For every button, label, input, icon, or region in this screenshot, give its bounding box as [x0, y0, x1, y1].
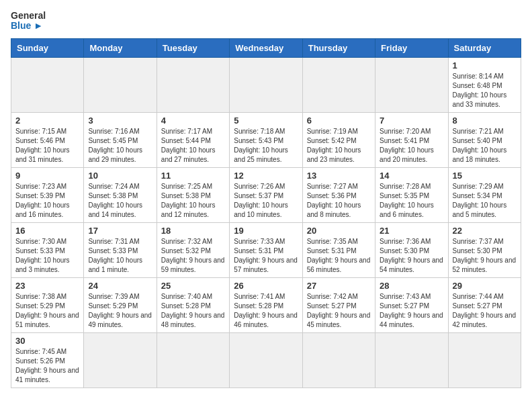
- day-info: Sunrise: 7:42 AM Sunset: 5:27 PM Dayligh…: [307, 292, 371, 330]
- weekday-header-tuesday: Tuesday: [157, 38, 229, 57]
- logo: General Blue ►: [11, 11, 46, 32]
- calendar-cell: 28Sunrise: 7:43 AM Sunset: 5:27 PM Dayli…: [375, 277, 448, 332]
- calendar-cell: [230, 57, 302, 112]
- day-number: 28: [380, 281, 443, 291]
- day-info: Sunrise: 7:17 AM Sunset: 5:44 PM Dayligh…: [161, 127, 225, 165]
- day-info: Sunrise: 7:18 AM Sunset: 5:43 PM Dayligh…: [234, 127, 298, 165]
- day-info: Sunrise: 7:37 AM Sunset: 5:30 PM Dayligh…: [453, 237, 517, 275]
- day-number: 27: [307, 281, 371, 291]
- day-number: 9: [15, 171, 79, 181]
- week-row-4: 23Sunrise: 7:38 AM Sunset: 5:29 PM Dayli…: [11, 277, 521, 332]
- day-number: 21: [380, 226, 443, 236]
- calendar: SundayMondayTuesdayWednesdayThursdayFrid…: [11, 38, 521, 388]
- calendar-cell: [375, 332, 448, 387]
- day-info: Sunrise: 7:19 AM Sunset: 5:42 PM Dayligh…: [307, 127, 371, 165]
- day-number: 4: [161, 116, 225, 126]
- day-number: 23: [15, 281, 79, 291]
- calendar-cell: 29Sunrise: 7:44 AM Sunset: 5:27 PM Dayli…: [448, 277, 521, 332]
- day-number: 30: [15, 336, 79, 346]
- calendar-cell: [448, 332, 521, 387]
- day-number: 20: [307, 226, 371, 236]
- day-info: Sunrise: 7:20 AM Sunset: 5:41 PM Dayligh…: [380, 127, 443, 165]
- day-info: Sunrise: 7:43 AM Sunset: 5:27 PM Dayligh…: [380, 292, 443, 330]
- calendar-cell: [84, 57, 157, 112]
- day-info: Sunrise: 7:26 AM Sunset: 5:37 PM Dayligh…: [234, 182, 298, 220]
- day-info: Sunrise: 8:14 AM Sunset: 6:48 PM Dayligh…: [453, 72, 517, 109]
- week-row-2: 9Sunrise: 7:23 AM Sunset: 5:39 PM Daylig…: [11, 167, 521, 222]
- day-info: Sunrise: 7:28 AM Sunset: 5:35 PM Dayligh…: [380, 182, 443, 220]
- calendar-cell: 6Sunrise: 7:19 AM Sunset: 5:42 PM Daylig…: [302, 112, 375, 167]
- calendar-cell: [157, 332, 229, 387]
- day-info: Sunrise: 7:24 AM Sunset: 5:38 PM Dayligh…: [88, 182, 152, 220]
- week-row-3: 16Sunrise: 7:30 AM Sunset: 5:33 PM Dayli…: [11, 222, 521, 277]
- week-row-1: 2Sunrise: 7:15 AM Sunset: 5:46 PM Daylig…: [11, 112, 521, 167]
- calendar-cell: [302, 332, 375, 387]
- day-number: 7: [380, 116, 443, 126]
- day-number: 24: [88, 281, 152, 291]
- weekday-header-saturday: Saturday: [448, 38, 521, 57]
- day-number: 25: [161, 281, 225, 291]
- calendar-cell: [375, 57, 448, 112]
- day-number: 15: [453, 171, 517, 181]
- calendar-cell: 13Sunrise: 7:27 AM Sunset: 5:36 PM Dayli…: [302, 167, 375, 222]
- day-info: Sunrise: 7:41 AM Sunset: 5:28 PM Dayligh…: [234, 292, 298, 330]
- calendar-cell: [11, 57, 84, 112]
- weekday-header-thursday: Thursday: [302, 38, 375, 57]
- calendar-cell: 7Sunrise: 7:20 AM Sunset: 5:41 PM Daylig…: [375, 112, 448, 167]
- weekday-header-row: SundayMondayTuesdayWednesdayThursdayFrid…: [11, 38, 521, 57]
- day-info: Sunrise: 7:15 AM Sunset: 5:46 PM Dayligh…: [15, 127, 79, 165]
- day-number: 14: [380, 171, 443, 181]
- day-number: 16: [15, 226, 79, 236]
- day-number: 11: [161, 171, 225, 181]
- calendar-cell: 17Sunrise: 7:31 AM Sunset: 5:33 PM Dayli…: [84, 222, 157, 277]
- calendar-cell: 19Sunrise: 7:33 AM Sunset: 5:31 PM Dayli…: [230, 222, 302, 277]
- calendar-cell: 25Sunrise: 7:40 AM Sunset: 5:28 PM Dayli…: [157, 277, 229, 332]
- day-info: Sunrise: 7:31 AM Sunset: 5:33 PM Dayligh…: [88, 237, 152, 275]
- calendar-cell: 1Sunrise: 8:14 AM Sunset: 6:48 PM Daylig…: [448, 57, 521, 112]
- calendar-cell: 16Sunrise: 7:30 AM Sunset: 5:33 PM Dayli…: [11, 222, 84, 277]
- day-number: 3: [88, 116, 152, 126]
- calendar-cell: 15Sunrise: 7:29 AM Sunset: 5:34 PM Dayli…: [448, 167, 521, 222]
- day-number: 10: [88, 171, 152, 181]
- day-number: 13: [307, 171, 371, 181]
- calendar-cell: [302, 57, 375, 112]
- day-number: 5: [234, 116, 298, 126]
- day-number: 1: [453, 60, 517, 71]
- day-info: Sunrise: 7:21 AM Sunset: 5:40 PM Dayligh…: [453, 127, 517, 165]
- day-info: Sunrise: 7:27 AM Sunset: 5:36 PM Dayligh…: [307, 182, 371, 220]
- calendar-cell: 22Sunrise: 7:37 AM Sunset: 5:30 PM Dayli…: [448, 222, 521, 277]
- day-number: 19: [234, 226, 298, 236]
- day-info: Sunrise: 7:44 AM Sunset: 5:27 PM Dayligh…: [453, 292, 517, 330]
- calendar-cell: 2Sunrise: 7:15 AM Sunset: 5:46 PM Daylig…: [11, 112, 84, 167]
- day-number: 22: [453, 226, 517, 236]
- calendar-cell: 11Sunrise: 7:25 AM Sunset: 5:38 PM Dayli…: [157, 167, 229, 222]
- calendar-cell: 3Sunrise: 7:16 AM Sunset: 5:45 PM Daylig…: [84, 112, 157, 167]
- calendar-cell: 27Sunrise: 7:42 AM Sunset: 5:27 PM Dayli…: [302, 277, 375, 332]
- calendar-cell: 5Sunrise: 7:18 AM Sunset: 5:43 PM Daylig…: [230, 112, 302, 167]
- calendar-cell: [157, 57, 229, 112]
- day-info: Sunrise: 7:38 AM Sunset: 5:29 PM Dayligh…: [15, 292, 79, 330]
- day-info: Sunrise: 7:25 AM Sunset: 5:38 PM Dayligh…: [161, 182, 225, 220]
- day-number: 17: [88, 226, 152, 236]
- day-number: 18: [161, 226, 225, 236]
- calendar-cell: [230, 332, 302, 387]
- calendar-cell: 30Sunrise: 7:45 AM Sunset: 5:26 PM Dayli…: [11, 332, 84, 387]
- day-number: 12: [234, 171, 298, 181]
- day-number: 29: [453, 281, 517, 291]
- day-number: 26: [234, 281, 298, 291]
- calendar-cell: 20Sunrise: 7:35 AM Sunset: 5:31 PM Dayli…: [302, 222, 375, 277]
- calendar-cell: 23Sunrise: 7:38 AM Sunset: 5:29 PM Dayli…: [11, 277, 84, 332]
- calendar-cell: 18Sunrise: 7:32 AM Sunset: 5:32 PM Dayli…: [157, 222, 229, 277]
- day-info: Sunrise: 7:39 AM Sunset: 5:29 PM Dayligh…: [88, 292, 152, 330]
- calendar-cell: 21Sunrise: 7:36 AM Sunset: 5:30 PM Dayli…: [375, 222, 448, 277]
- week-row-0: 1Sunrise: 8:14 AM Sunset: 6:48 PM Daylig…: [11, 57, 521, 112]
- day-number: 6: [307, 116, 371, 126]
- day-info: Sunrise: 7:33 AM Sunset: 5:31 PM Dayligh…: [234, 237, 298, 275]
- weekday-header-wednesday: Wednesday: [230, 38, 302, 57]
- calendar-cell: 10Sunrise: 7:24 AM Sunset: 5:38 PM Dayli…: [84, 167, 157, 222]
- day-info: Sunrise: 7:32 AM Sunset: 5:32 PM Dayligh…: [161, 237, 225, 275]
- calendar-cell: 9Sunrise: 7:23 AM Sunset: 5:39 PM Daylig…: [11, 167, 84, 222]
- header: General Blue ►: [11, 11, 521, 32]
- day-info: Sunrise: 7:40 AM Sunset: 5:28 PM Dayligh…: [161, 292, 225, 330]
- day-number: 8: [453, 116, 517, 126]
